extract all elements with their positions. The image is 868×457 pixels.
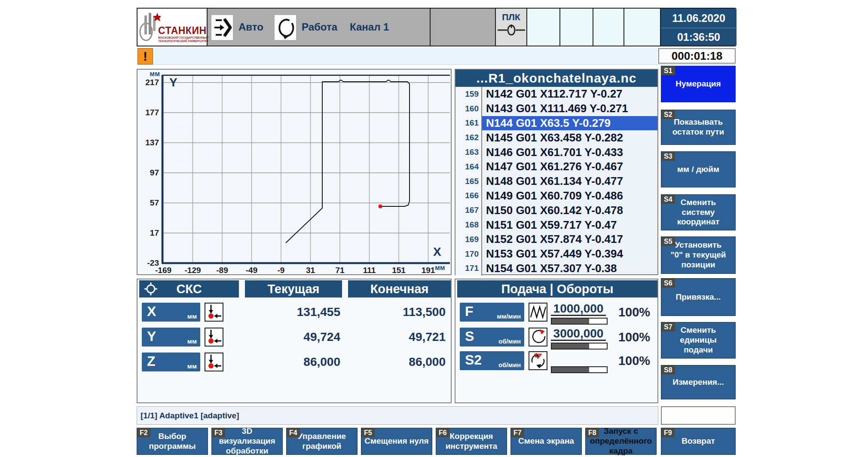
gcode-row[interactable]: 165N148 G01 X61.134 Y-0.477 [455, 174, 657, 189]
gcode-row[interactable]: 166N149 G01 X60.709 Y-0.486 [455, 189, 657, 203]
gcode-line-number: 171 [455, 261, 482, 276]
feed-unit: об/мин [498, 361, 521, 368]
gcode-row[interactable]: 168N151 G01 X59.717 Y-0.47 [455, 218, 657, 232]
softkey-s1[interactable]: S1Нумерация [661, 66, 736, 102]
gcode-line-text: N150 G01 X60.142 Y-0.478 [482, 203, 657, 218]
gcode-row[interactable]: 171N154 G01 X57.307 Y-0.38 [455, 261, 657, 276]
header-spare-cell-2 [559, 9, 593, 46]
softkey-label: Привязка... [676, 292, 721, 302]
cycle-run-icon [275, 15, 296, 40]
current-value: 86,000 [245, 353, 340, 371]
softkey-f8[interactable]: F8Запуск с определённого кадра [585, 428, 657, 455]
x-axis-title: X [433, 245, 441, 259]
ref-point-icon [205, 303, 223, 322]
gcode-row[interactable]: 159N142 G01 X112.717 Y-0.27 [455, 87, 657, 101]
gcode-line-number: 162 [455, 130, 482, 145]
header-spare-cell-1 [526, 9, 559, 46]
override-percent: 100% [613, 351, 656, 370]
softkey-f5[interactable]: F5Смещения нуля [361, 428, 432, 455]
softkey-f2[interactable]: F2Выбор программы [137, 428, 208, 455]
alarm-alert-button[interactable]: ! [138, 48, 153, 64]
target-value: 86,000 [352, 353, 446, 371]
softkey-tag: S5 [661, 237, 675, 246]
softkey-f3[interactable]: F33D визуализация обработки [211, 428, 283, 455]
gcode-row[interactable]: 161N144 G01 X63.5 Y-0.279 [455, 116, 657, 131]
channel-label: Канал 1 [350, 9, 389, 46]
x-tick-label: 71 [326, 266, 354, 275]
axis-unit: мм [187, 337, 197, 345]
softkey-tag: F5 [361, 428, 375, 437]
softkey-label: Смещения нуля [364, 436, 428, 446]
gcode-line-text: N147 G01 X61.276 Y-0.467 [482, 159, 657, 174]
x-tick-label: -129 [179, 266, 207, 275]
gcode-line-text: N149 G01 X60.709 Y-0.486 [482, 189, 657, 203]
header-spare-cell-4 [623, 9, 660, 46]
softkey-tag: F4 [287, 428, 300, 437]
gcode-row[interactable]: 162N145 G01 X63.458 Y-0.282 [455, 130, 657, 145]
ref-point-icon [205, 328, 223, 347]
machining-timer: 000:01:18 [658, 48, 736, 64]
softkey-f4[interactable]: F4Управление графикой [286, 428, 358, 455]
x-tick-label: -49 [238, 266, 266, 275]
target-value: 49,721 [352, 328, 446, 347]
gcode-line-text: N154 G01 X57.307 Y-0.38 [482, 261, 657, 276]
gcode-line-text: N151 G01 X59.717 Y-0.47 [482, 218, 657, 232]
ref-point-icon [205, 353, 223, 371]
gcode-line-text: N152 G01 X57.874 Y-0.417 [482, 232, 657, 247]
header-empty-cell [430, 9, 495, 46]
alert-exclamation-icon: ! [143, 49, 147, 64]
gcode-line-text: N144 G01 X63.5 Y-0.279 [482, 116, 657, 131]
feed-panel: Подача | Обороты Fмм/мин1000,000100%Sоб/… [455, 279, 658, 403]
y-tick-label: 57 [138, 198, 159, 208]
softkey-s6[interactable]: S6Привязка... [661, 278, 736, 316]
softkey-label: Измерения... [672, 377, 724, 387]
gcode-line-number: 170 [455, 247, 482, 261]
feed-wave-icon [529, 303, 547, 322]
override-bar-fill [552, 367, 589, 372]
override-bar[interactable] [551, 366, 608, 373]
gcode-row[interactable]: 164N147 G01 X61.276 Y-0.467 [455, 159, 657, 174]
x-tick-label: -89 [208, 266, 236, 275]
gcode-line-text: N143 G01 X111.469 Y-0.271 [482, 101, 657, 116]
logo-title: СТАНКИН [158, 25, 207, 37]
gcode-row[interactable]: 160N143 G01 X111.469 Y-0.271 [455, 101, 657, 116]
gcode-line-number: 160 [455, 101, 482, 116]
feed-letter: F [465, 304, 474, 319]
stankin-logo-icon [138, 11, 161, 41]
axis-letter: Z [147, 353, 156, 369]
gcode-row[interactable]: 167N150 G01 X60.142 Y-0.478 [455, 203, 657, 218]
softkey-f7[interactable]: F7Смена экрана [510, 428, 582, 455]
softkey-s2[interactable]: S2Показывать остаток пути [661, 110, 736, 145]
gcode-row[interactable]: 163N146 G01 X61.701 Y-0.433 [455, 145, 657, 159]
axis-badge-y: Yмм [142, 328, 200, 347]
gcode-row[interactable]: 169N152 G01 X57.874 Y-0.417 [455, 232, 657, 247]
plc-status-cell[interactable]: ПЛК [495, 9, 526, 46]
override-bar[interactable] [551, 318, 608, 325]
mode-label: Авто [238, 9, 263, 46]
toolpath-canvas [138, 70, 451, 274]
softkey-s4[interactable]: S4Сменить систему координат [661, 194, 736, 230]
feed-unit: мм/мин [497, 313, 521, 320]
softkey-s3[interactable]: S3мм / дюйм [661, 151, 736, 187]
current-position-marker [379, 205, 382, 209]
logo-subtitle-1: МОСКОВСКИЙ ГОСУДАРСТВЕННЫЙ [158, 36, 208, 39]
softkey-tag: F9 [661, 428, 675, 437]
program-title: ...R1_okonchatelnaya.nc [455, 70, 657, 87]
softkey-tag: S6 [661, 279, 675, 288]
gcode-list: 159N142 G01 X112.717 Y-0.27160N143 G01 X… [455, 87, 657, 274]
x-tick-label: -169 [150, 266, 177, 275]
softkey-s8[interactable]: S8Измерения... [661, 365, 736, 399]
softkey-f6[interactable]: F6Коррекция инструмента [436, 428, 507, 455]
softkey-s7[interactable]: S7Сменить единицы подачи [661, 322, 736, 359]
gcode-line-text: N153 G01 X57.449 Y-0.394 [482, 247, 657, 261]
header-mode-cell: Авто Работа Канал 1 [207, 9, 430, 46]
softkey-s5[interactable]: S5Установить "0" в текущей позиции [661, 236, 736, 274]
softkey-f9[interactable]: F9Возврат [661, 428, 736, 455]
override-bar[interactable] [551, 343, 608, 350]
status-text: [1/1] Adaptive1 [adaptive] [141, 411, 239, 420]
gcode-row[interactable]: 170N153 G01 X57.449 Y-0.394 [455, 247, 657, 261]
axis-unit: мм [187, 313, 197, 320]
softkey-label: мм / дюйм [677, 165, 719, 175]
softkey-tag: S2 [661, 110, 675, 119]
cs-header: СКС [139, 280, 239, 298]
